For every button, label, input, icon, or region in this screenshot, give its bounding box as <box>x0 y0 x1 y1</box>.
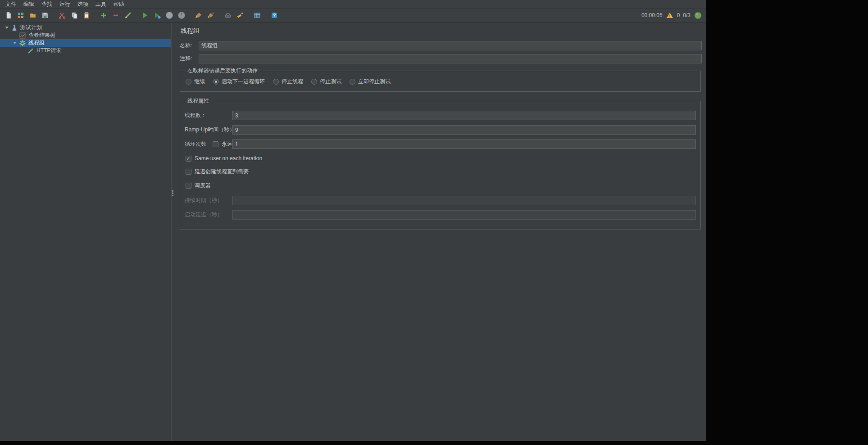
start-no-timers-icon[interactable] <box>152 10 162 20</box>
elapsed-time: 00:00:05 <box>641 12 663 18</box>
forever-checkbox[interactable] <box>213 141 218 147</box>
name-label: 名称: <box>180 42 195 49</box>
thread-properties-groupbox: 线程属性 线程数： Ramp-Up时间（秒）： 循环次数 永远 <box>180 97 701 229</box>
jmeter-window: 文件 编辑 查找 运行 选项 工具 帮助 <box>0 0 706 441</box>
menu-help[interactable]: 帮助 <box>110 0 128 9</box>
tree-item-http-request[interactable]: HTTP请求 <box>0 47 171 54</box>
menu-edit[interactable]: 编辑 <box>20 0 38 9</box>
loop-count-input[interactable] <box>232 139 696 149</box>
name-input[interactable] <box>199 41 702 50</box>
tree-main-splitter[interactable]: ••• <box>171 22 174 441</box>
help-icon[interactable]: ? <box>269 10 279 20</box>
radio-icon[interactable] <box>186 79 191 85</box>
rampup-row: Ramp-Up时间（秒）： <box>185 125 696 135</box>
radio-icon[interactable] <box>273 79 279 85</box>
duration-row: 持续时间（秒） <box>185 196 696 205</box>
toolbar-status-area: 00:00:05 0 0/3 <box>641 11 703 19</box>
same-user-row[interactable]: Same user on each iteration <box>186 155 696 162</box>
menu-bar: 文件 编辑 查找 运行 选项 工具 帮助 <box>0 0 706 8</box>
menu-options[interactable]: 选项 <box>74 0 92 9</box>
search-reset-icon[interactable] <box>235 10 245 20</box>
test-plan-icon <box>11 24 18 31</box>
toolbar-search-group <box>223 10 245 20</box>
threads-row: 线程数： <box>185 111 696 120</box>
radio-icon[interactable] <box>213 79 219 85</box>
log-warning-count: 0 <box>677 12 680 18</box>
clear-all-icon[interactable] <box>206 10 216 20</box>
radio-continue[interactable]: 继续 <box>186 78 205 85</box>
radio-label: 立即停止测试 <box>358 78 391 85</box>
radio-icon[interactable] <box>350 79 355 85</box>
toolbar-tree-group <box>99 10 133 20</box>
menu-run[interactable]: 运行 <box>56 0 74 9</box>
toggle-icon[interactable] <box>123 10 133 20</box>
delay-create-checkbox[interactable] <box>186 169 191 175</box>
duration-label: 持续时间（秒） <box>185 197 232 204</box>
menu-file[interactable]: 文件 <box>2 0 20 9</box>
menu-search[interactable]: 查找 <box>38 0 56 9</box>
open-file-icon[interactable] <box>28 10 38 20</box>
log-warning-icon[interactable] <box>666 11 674 19</box>
function-helper-icon[interactable] <box>252 10 262 20</box>
toolbar-function-group <box>252 10 262 20</box>
results-tree-icon <box>19 32 26 39</box>
thread-properties-legend: 线程属性 <box>186 97 211 105</box>
clear-icon[interactable] <box>194 10 204 20</box>
shutdown-icon[interactable] <box>177 10 186 20</box>
tree-item-view-results-tree[interactable]: 查看结果树 <box>0 31 171 39</box>
radio-label: 继续 <box>194 78 205 85</box>
active-thread-count: 0/3 <box>683 12 691 18</box>
comment-input[interactable] <box>199 54 702 63</box>
startup-delay-row: 启动延迟（秒） <box>185 210 696 220</box>
content-area: 测试计划 查看结果树 线程组 HT <box>0 22 706 441</box>
chevron-down-icon[interactable] <box>3 27 11 29</box>
screenshot-stage: 文件 编辑 查找 运行 选项 工具 帮助 <box>0 0 868 445</box>
toolbar-run-group <box>140 10 186 20</box>
radio-stop-thread[interactable]: 停止线程 <box>273 78 303 85</box>
scheduler-checkbox[interactable] <box>186 183 191 189</box>
paste-icon[interactable] <box>82 10 91 20</box>
splitter-grip[interactable]: ••• <box>172 190 174 197</box>
new-file-icon[interactable] <box>4 10 14 20</box>
cut-icon[interactable] <box>57 10 67 20</box>
radio-stop-test[interactable]: 停止测试 <box>311 78 341 85</box>
http-request-icon <box>27 47 34 54</box>
comment-row: 注释: <box>180 54 702 63</box>
error-action-groupbox: 在取样器错误后要执行的动作 继续 启动下一进程循环 停止线程 <box>180 67 701 92</box>
toolbar-help-group: ? <box>269 10 279 20</box>
start-icon[interactable] <box>140 10 150 20</box>
copy-icon[interactable] <box>69 10 79 20</box>
startup-delay-label: 启动延迟（秒） <box>185 211 232 219</box>
rampup-input[interactable] <box>232 125 696 135</box>
templates-icon[interactable] <box>16 10 26 20</box>
scheduler-row[interactable]: 调度器 <box>186 182 696 189</box>
thread-group-icon <box>19 40 26 46</box>
thread-group-panel: 线程组 名称: 注释: 在取样器错误后要执行的动作 继续 <box>174 22 706 441</box>
stop-icon[interactable] <box>164 10 174 20</box>
collapse-all-icon[interactable] <box>111 10 121 20</box>
radio-icon[interactable] <box>311 79 317 85</box>
delay-create-row[interactable]: 延迟创建线程直到需要 <box>186 168 696 175</box>
toolbar-file-group <box>4 10 50 20</box>
scheduler-label: 调度器 <box>195 182 211 189</box>
radio-start-next-loop[interactable]: 启动下一进程循环 <box>213 78 265 85</box>
toolbar: ? 00:00:05 0 0/3 <box>0 8 706 22</box>
menu-tools[interactable]: 工具 <box>92 0 110 9</box>
run-indicator-icon <box>694 11 702 19</box>
save-icon[interactable] <box>40 10 50 20</box>
threads-input[interactable] <box>232 111 696 120</box>
expand-all-icon[interactable] <box>99 10 109 20</box>
loop-count-label: 循环次数 <box>185 140 213 148</box>
search-icon[interactable] <box>223 10 233 20</box>
chevron-down-icon[interactable] <box>11 42 19 44</box>
name-row: 名称: <box>180 41 702 50</box>
same-user-label: Same user on each iteration <box>195 155 262 162</box>
tree-item-test-plan[interactable]: 测试计划 <box>0 24 171 31</box>
tree-item-thread-group[interactable]: 线程组 <box>0 39 171 47</box>
delay-create-label: 延迟创建线程直到需要 <box>195 168 249 175</box>
same-user-checkbox[interactable] <box>186 156 191 162</box>
tree-item-label: HTTP请求 <box>36 47 61 54</box>
test-plan-tree: 测试计划 查看结果树 线程组 HT <box>0 22 171 441</box>
forever-choice[interactable]: 永远 <box>213 140 232 148</box>
radio-stop-test-now[interactable]: 立即停止测试 <box>350 78 391 85</box>
